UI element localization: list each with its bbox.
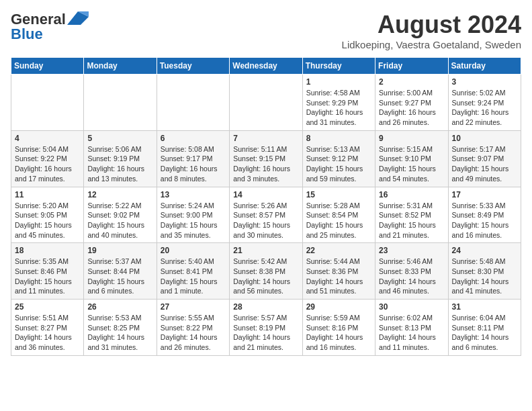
header-thursday: Thursday <box>302 58 375 75</box>
day-number: 25 <box>15 302 80 312</box>
day-info: Sunrise: 5:00 AM Sunset: 9:27 PM Dayligh… <box>379 88 444 128</box>
day-number: 17 <box>452 190 517 199</box>
day-number: 5 <box>87 134 152 143</box>
day-info: Sunrise: 5:22 AM Sunset: 9:02 PM Dayligh… <box>87 201 152 240</box>
day-number: 24 <box>452 246 517 255</box>
table-row: 10Sunrise: 5:17 AM Sunset: 9:07 PM Dayli… <box>448 130 521 187</box>
title-block: August 2024 Lidkoeping, Vaestra Goetalan… <box>342 11 521 50</box>
day-number: 4 <box>15 134 80 143</box>
header-monday: Monday <box>84 58 157 75</box>
day-info: Sunrise: 5:26 AM Sunset: 8:57 PM Dayligh… <box>233 201 298 240</box>
calendar-week-row: 18Sunrise: 5:35 AM Sunset: 8:46 PM Dayli… <box>11 243 521 300</box>
day-info: Sunrise: 5:20 AM Sunset: 9:05 PM Dayligh… <box>15 201 80 240</box>
table-row: 14Sunrise: 5:26 AM Sunset: 8:57 PM Dayli… <box>230 187 302 243</box>
table-row <box>157 75 229 131</box>
day-info: Sunrise: 5:02 AM Sunset: 9:24 PM Dayligh… <box>452 88 517 128</box>
day-number: 28 <box>233 302 298 312</box>
table-row: 11Sunrise: 5:20 AM Sunset: 9:05 PM Dayli… <box>11 187 84 243</box>
calendar-header-row: Sunday Monday Tuesday Wednesday Thursday… <box>11 58 521 75</box>
table-row: 18Sunrise: 5:35 AM Sunset: 8:46 PM Dayli… <box>11 243 84 300</box>
day-number: 6 <box>161 134 226 143</box>
table-row <box>84 75 157 131</box>
table-row: 9Sunrise: 5:15 AM Sunset: 9:10 PM Daylig… <box>375 130 448 187</box>
day-info: Sunrise: 5:17 AM Sunset: 9:07 PM Dayligh… <box>452 144 517 184</box>
day-number: 3 <box>452 77 517 87</box>
table-row: 24Sunrise: 5:48 AM Sunset: 8:30 PM Dayli… <box>448 243 521 300</box>
table-row: 19Sunrise: 5:37 AM Sunset: 8:44 PM Dayli… <box>84 243 157 300</box>
day-number: 11 <box>15 190 80 199</box>
day-number: 29 <box>306 302 371 312</box>
page-header: General Blue August 2024 Lidkoeping, Vae… <box>11 11 521 50</box>
table-row: 3Sunrise: 5:02 AM Sunset: 9:24 PM Daylig… <box>448 75 521 131</box>
day-number: 30 <box>379 302 444 312</box>
table-row: 1Sunrise: 4:58 AM Sunset: 9:29 PM Daylig… <box>302 75 375 131</box>
calendar-table: Sunday Monday Tuesday Wednesday Thursday… <box>11 57 521 356</box>
day-number: 27 <box>161 302 226 312</box>
table-row: 5Sunrise: 5:06 AM Sunset: 9:19 PM Daylig… <box>84 130 157 187</box>
table-row: 20Sunrise: 5:40 AM Sunset: 8:41 PM Dayli… <box>157 243 229 300</box>
logo-blue-text: Blue <box>11 26 43 43</box>
day-info: Sunrise: 5:40 AM Sunset: 8:41 PM Dayligh… <box>161 257 226 296</box>
day-info: Sunrise: 5:51 AM Sunset: 8:27 PM Dayligh… <box>15 313 80 353</box>
logo-icon <box>67 11 89 25</box>
table-row: 22Sunrise: 5:44 AM Sunset: 8:36 PM Dayli… <box>302 243 375 300</box>
calendar-week-row: 4Sunrise: 5:04 AM Sunset: 9:22 PM Daylig… <box>11 130 521 187</box>
table-row: 27Sunrise: 5:55 AM Sunset: 8:22 PM Dayli… <box>157 300 229 356</box>
day-info: Sunrise: 4:58 AM Sunset: 9:29 PM Dayligh… <box>306 88 371 128</box>
day-number: 2 <box>379 77 444 87</box>
table-row: 31Sunrise: 6:04 AM Sunset: 8:11 PM Dayli… <box>448 300 521 356</box>
table-row: 30Sunrise: 6:02 AM Sunset: 8:13 PM Dayli… <box>375 300 448 356</box>
calendar-title: August 2024 <box>342 11 521 39</box>
table-row: 29Sunrise: 5:59 AM Sunset: 8:16 PM Dayli… <box>302 300 375 356</box>
day-info: Sunrise: 5:11 AM Sunset: 9:15 PM Dayligh… <box>233 144 298 184</box>
calendar-week-row: 25Sunrise: 5:51 AM Sunset: 8:27 PM Dayli… <box>11 300 521 356</box>
day-number: 13 <box>161 190 226 199</box>
day-number: 21 <box>233 246 298 255</box>
day-number: 1 <box>306 77 371 87</box>
day-info: Sunrise: 6:04 AM Sunset: 8:11 PM Dayligh… <box>452 313 517 353</box>
table-row: 25Sunrise: 5:51 AM Sunset: 8:27 PM Dayli… <box>11 300 84 356</box>
header-wednesday: Wednesday <box>230 58 302 75</box>
table-row: 7Sunrise: 5:11 AM Sunset: 9:15 PM Daylig… <box>230 130 302 187</box>
table-row: 12Sunrise: 5:22 AM Sunset: 9:02 PM Dayli… <box>84 187 157 243</box>
day-number: 16 <box>379 190 444 199</box>
table-row: 26Sunrise: 5:53 AM Sunset: 8:25 PM Dayli… <box>84 300 157 356</box>
day-number: 9 <box>379 134 444 143</box>
day-number: 23 <box>379 246 444 255</box>
day-info: Sunrise: 5:59 AM Sunset: 8:16 PM Dayligh… <box>306 313 371 353</box>
calendar-subtitle: Lidkoeping, Vaestra Goetaland, Sweden <box>342 39 521 50</box>
logo: General Blue <box>11 11 89 43</box>
table-row: 21Sunrise: 5:42 AM Sunset: 8:38 PM Dayli… <box>230 243 302 300</box>
table-row: 6Sunrise: 5:08 AM Sunset: 9:17 PM Daylig… <box>157 130 229 187</box>
day-info: Sunrise: 5:04 AM Sunset: 9:22 PM Dayligh… <box>15 144 80 184</box>
day-info: Sunrise: 5:31 AM Sunset: 8:52 PM Dayligh… <box>379 201 444 240</box>
day-number: 10 <box>452 134 517 143</box>
day-info: Sunrise: 5:08 AM Sunset: 9:17 PM Dayligh… <box>161 144 226 184</box>
header-sunday: Sunday <box>11 58 84 75</box>
day-info: Sunrise: 5:57 AM Sunset: 8:19 PM Dayligh… <box>233 313 298 353</box>
day-info: Sunrise: 5:06 AM Sunset: 9:19 PM Dayligh… <box>87 144 152 184</box>
day-info: Sunrise: 6:02 AM Sunset: 8:13 PM Dayligh… <box>379 313 444 353</box>
day-info: Sunrise: 5:42 AM Sunset: 8:38 PM Dayligh… <box>233 257 298 296</box>
day-info: Sunrise: 5:28 AM Sunset: 8:54 PM Dayligh… <box>306 201 371 240</box>
table-row: 28Sunrise: 5:57 AM Sunset: 8:19 PM Dayli… <box>230 300 302 356</box>
day-info: Sunrise: 5:15 AM Sunset: 9:10 PM Dayligh… <box>379 144 444 184</box>
day-info: Sunrise: 5:44 AM Sunset: 8:36 PM Dayligh… <box>306 257 371 296</box>
table-row: 13Sunrise: 5:24 AM Sunset: 9:00 PM Dayli… <box>157 187 229 243</box>
day-number: 31 <box>452 302 517 312</box>
day-info: Sunrise: 5:37 AM Sunset: 8:44 PM Dayligh… <box>87 257 152 296</box>
day-number: 7 <box>233 134 298 143</box>
table-row: 17Sunrise: 5:33 AM Sunset: 8:49 PM Dayli… <box>448 187 521 243</box>
calendar-week-row: 1Sunrise: 4:58 AM Sunset: 9:29 PM Daylig… <box>11 75 521 131</box>
day-number: 8 <box>306 134 371 143</box>
day-number: 14 <box>233 190 298 199</box>
day-number: 19 <box>87 246 152 255</box>
table-row <box>11 75 84 131</box>
day-info: Sunrise: 5:48 AM Sunset: 8:30 PM Dayligh… <box>452 257 517 296</box>
table-row: 8Sunrise: 5:13 AM Sunset: 9:12 PM Daylig… <box>302 130 375 187</box>
day-info: Sunrise: 5:53 AM Sunset: 8:25 PM Dayligh… <box>87 313 152 353</box>
calendar-week-row: 11Sunrise: 5:20 AM Sunset: 9:05 PM Dayli… <box>11 187 521 243</box>
day-info: Sunrise: 5:35 AM Sunset: 8:46 PM Dayligh… <box>15 257 80 296</box>
table-row: 2Sunrise: 5:00 AM Sunset: 9:27 PM Daylig… <box>375 75 448 131</box>
day-number: 20 <box>161 246 226 255</box>
